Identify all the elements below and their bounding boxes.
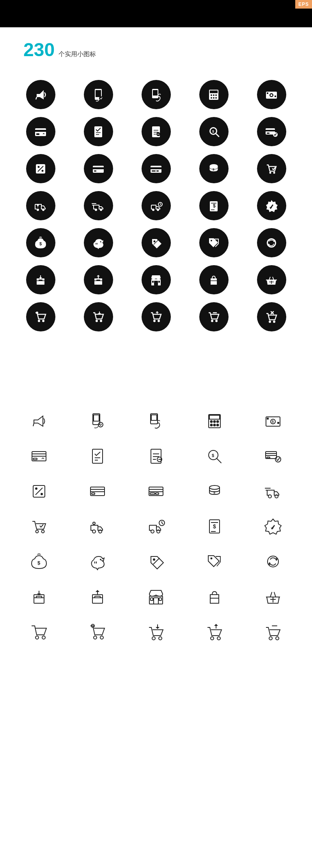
icon-megaphone — [26, 80, 55, 109]
outline-box-up — [86, 585, 109, 608]
filled-icons-section: $ $ $ — [0, 68, 312, 343]
outline-price-tag — [144, 550, 168, 573]
icon-cart-up — [142, 302, 171, 331]
svg-point-227 — [269, 637, 272, 640]
eps-badge: EPS — [295, 0, 312, 9]
svg-marker-110 — [156, 311, 159, 313]
svg-point-189 — [153, 558, 155, 561]
svg-rect-208 — [159, 598, 161, 601]
icon-money-bag: $ — [26, 228, 55, 257]
outline-credit-card — [86, 480, 109, 503]
svg-point-108 — [158, 320, 160, 322]
svg-point-107 — [153, 320, 156, 322]
filled-icons-grid: $ $ $ — [16, 76, 296, 335]
icon-search-dollar: $ — [199, 117, 229, 146]
svg-rect-19 — [35, 130, 46, 132]
svg-point-188 — [100, 559, 101, 560]
svg-rect-163 — [149, 489, 163, 492]
outline-money-bag: $ — [27, 550, 51, 573]
svg-line-182 — [162, 523, 163, 524]
svg-rect-137 — [32, 454, 46, 456]
svg-point-103 — [96, 320, 98, 322]
svg-rect-35 — [266, 130, 275, 131]
svg-point-224 — [217, 637, 220, 640]
svg-point-8 — [213, 94, 214, 96]
svg-point-127 — [217, 421, 219, 423]
svg-point-59 — [100, 209, 102, 211]
icon-money-bill — [257, 80, 286, 109]
svg-point-220 — [159, 637, 162, 640]
outline-shopping-basket — [261, 585, 285, 608]
svg-point-2 — [99, 96, 103, 100]
icon-database-dollar: $ — [199, 154, 229, 183]
svg-point-112 — [215, 320, 218, 322]
icon-mobile-finger — [142, 80, 171, 109]
svg-rect-36 — [267, 133, 269, 134]
icon-store-front — [142, 265, 171, 294]
svg-text:$: $ — [213, 168, 214, 171]
icon-percent-box — [26, 154, 55, 183]
svg-point-54 — [37, 209, 39, 211]
svg-point-191 — [211, 558, 213, 560]
outline-document-minus — [144, 445, 168, 468]
icon-atm-card — [26, 117, 55, 146]
svg-rect-48 — [156, 170, 159, 172]
svg-rect-134 — [267, 418, 269, 420]
icon-cart-minus — [199, 302, 229, 331]
icon-credit-card — [84, 154, 113, 183]
icon-shopping-basket — [257, 265, 286, 294]
svg-rect-83 — [39, 280, 43, 281]
icon-box-up — [84, 265, 113, 294]
svg-rect-43 — [93, 167, 104, 169]
svg-rect-44 — [94, 170, 96, 172]
outline-price-tags — [203, 550, 226, 573]
icon-cart-settings — [26, 302, 55, 331]
svg-text:$: $ — [213, 203, 216, 209]
icon-piggy-bank — [84, 228, 113, 257]
icon-box-down — [26, 265, 55, 294]
svg-point-114 — [269, 321, 271, 323]
outline-database-dollar: $ — [203, 480, 226, 503]
svg-point-63 — [157, 209, 159, 211]
svg-rect-6 — [210, 90, 218, 93]
icon-mobile-payment — [84, 80, 113, 109]
svg-point-125 — [211, 421, 213, 423]
svg-point-7 — [211, 94, 212, 96]
icon-truck-fast — [84, 191, 113, 220]
svg-point-58 — [95, 209, 97, 211]
svg-point-178 — [151, 530, 154, 533]
outline-money-bill: $ — [261, 409, 285, 433]
outline-cart-up — [203, 620, 226, 643]
svg-point-228 — [276, 637, 279, 640]
outline-shopping-bag — [203, 585, 226, 608]
svg-marker-226 — [214, 624, 218, 626]
svg-point-173 — [42, 530, 44, 533]
outline-truck-clock — [144, 515, 168, 538]
svg-rect-16 — [267, 92, 268, 94]
icon-badge-thumb — [257, 191, 286, 220]
svg-point-156 — [35, 487, 37, 490]
outline-bill-dollar: $ — [203, 515, 226, 538]
svg-rect-138 — [33, 458, 37, 460]
outline-cart-check — [27, 515, 51, 538]
svg-rect-153 — [267, 457, 270, 458]
svg-rect-94 — [158, 281, 160, 283]
svg-marker-222 — [156, 627, 160, 629]
svg-rect-206 — [154, 598, 158, 604]
outline-mobile-finger — [144, 409, 168, 433]
svg-rect-86 — [94, 278, 102, 285]
svg-rect-21 — [94, 126, 102, 137]
svg-point-11 — [213, 97, 214, 99]
svg-point-15 — [271, 94, 273, 96]
icon-truck-clock — [142, 191, 171, 220]
svg-point-216 — [100, 636, 103, 639]
svg-point-100 — [42, 320, 44, 322]
svg-point-39 — [38, 166, 40, 168]
icon-price-tags — [199, 228, 229, 257]
outline-calculator-grid — [203, 409, 226, 433]
svg-text:$: $ — [37, 560, 41, 566]
outline-card-check — [261, 445, 285, 468]
icon-dollar-refresh — [257, 228, 286, 257]
icon-bill-dollar: $ — [199, 191, 229, 220]
svg-rect-1 — [96, 90, 101, 97]
